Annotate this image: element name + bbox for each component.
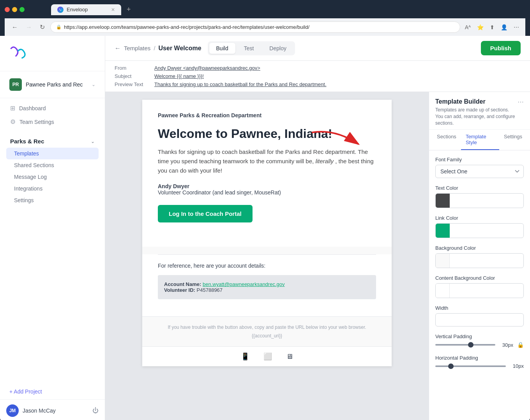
content-bg-input[interactable]: #FFFFFF — [450, 285, 523, 297]
back-button[interactable]: ← — [9, 22, 20, 32]
extensions-button[interactable]: ⋯ — [512, 23, 521, 32]
link-color-swatch[interactable] — [436, 224, 450, 238]
horizontal-padding-label: Horizontal Padding — [435, 355, 524, 361]
settings-label: Settings — [14, 197, 34, 203]
logout-button[interactable]: ⏻ — [92, 407, 99, 414]
link-color-input[interactable]: #06AC75 — [450, 225, 523, 237]
body-text-italic: literally — [315, 158, 334, 164]
workspace-switcher[interactable]: PR Pawnee Parks and Rec ⌄ — [6, 76, 99, 93]
publish-button[interactable]: Publish — [481, 41, 521, 55]
address-bar[interactable]: 🔒 https://app.enveloop.com/teams/pawnee-… — [50, 21, 460, 33]
breadcrumb-templates-link[interactable]: Templates — [124, 45, 150, 51]
preview-text-row: Preview Text Thanks for signing up to co… — [115, 80, 521, 88]
share-button[interactable]: ⬆ — [488, 23, 496, 32]
from-value[interactable]: Andy Dwyer <andy@pawneeparksandrec.gov> — [154, 65, 260, 71]
desktop-view-button[interactable]: 🖥 — [283, 351, 296, 362]
account-ref-text: For reference, here are your account det… — [158, 263, 376, 269]
panel-content: Font Family Select One Text Color #45464… — [429, 150, 530, 420]
bg-color-row: #F9F9F9 — [435, 253, 524, 268]
workspace-initials: PR — [12, 82, 19, 87]
project-header[interactable]: Parks & Rec ⌄ — [6, 135, 99, 148]
email-body-text: Thanks for signing up to coach basketbal… — [158, 147, 376, 175]
sidebar-item-templates[interactable]: Templates — [6, 148, 99, 159]
link-color-row: #06AC75 — [435, 223, 524, 238]
horizontal-padding-group: Horizontal Padding 10px — [435, 355, 524, 369]
header-tab-group: Build Test Deploy — [208, 41, 295, 55]
vertical-padding-group: Vertical Padding 30px 🔒 — [435, 334, 524, 348]
reader-mode-button[interactable]: Aᴬ — [463, 23, 472, 32]
font-family-select[interactable]: Select One — [435, 165, 524, 178]
back-arrow-icon[interactable]: ← — [115, 45, 121, 52]
panel-tab-settings[interactable]: Settings — [499, 130, 527, 150]
email-heading: Welcome to Pawnee, Indiana! — [158, 126, 376, 141]
profile-button[interactable]: 👤 — [499, 23, 509, 32]
breadcrumb-separator: / — [154, 45, 155, 51]
preview-text-value[interactable]: Thanks for signing up to coach basketbal… — [154, 81, 327, 87]
horizontal-padding-slider[interactable] — [435, 365, 506, 367]
signature-name: Andy Dwyer — [158, 183, 376, 189]
link-color-label: Link Color — [435, 215, 524, 221]
content-bg-label: Content Background Color — [435, 275, 524, 281]
browser-toolbar: ← → ↻ 🔒 https://app.enveloop.com/teams/p… — [5, 18, 525, 36]
team-settings-icon: ⚙ — [10, 118, 16, 125]
project-section: Parks & Rec ⌄ Templates Shared Sections … — [0, 132, 105, 384]
close-traffic-light[interactable] — [5, 7, 10, 12]
account-details-box: Account Name: ben.wyatt@pawneeparksandre… — [158, 275, 376, 299]
text-color-swatch[interactable] — [436, 194, 450, 208]
panel-tabs: Sections Template Style Settings — [429, 130, 530, 150]
bg-color-input[interactable]: #F9F9F9 — [450, 255, 523, 267]
add-project-button[interactable]: + Add Project — [9, 388, 42, 395]
tab-close-button[interactable]: ✕ — [111, 7, 115, 12]
subject-value[interactable]: Welcome {{{ name }}}! — [154, 73, 204, 79]
sidebar-item-integrations[interactable]: Integrations — [6, 183, 99, 194]
width-input[interactable]: 640 — [435, 313, 524, 326]
content-bg-group: Content Background Color #FFFFFF — [435, 275, 524, 298]
sidebar-item-shared-sections[interactable]: Shared Sections — [6, 159, 99, 171]
traffic-lights — [5, 7, 25, 12]
tab-build[interactable]: Build — [209, 43, 235, 54]
bg-color-group: Background Color #F9F9F9 — [435, 245, 524, 268]
vertical-padding-slider[interactable] — [435, 344, 495, 346]
breadcrumb-current-page: User Welcome — [159, 45, 201, 52]
tab-deploy[interactable]: Deploy — [262, 43, 293, 54]
new-tab-button[interactable]: + — [124, 4, 134, 15]
sidebar-item-settings[interactable]: Settings — [6, 194, 99, 206]
width-label: Width — [435, 305, 524, 311]
browser-active-tab[interactable]: Enveloop ✕ — [51, 4, 121, 15]
mobile-view-button[interactable]: 📱 — [238, 351, 253, 362]
publish-label: Publish — [490, 45, 511, 51]
cta-button[interactable]: Log In to the Coach Portal — [158, 205, 253, 222]
bg-color-swatch[interactable] — [436, 254, 450, 268]
device-bar: 📱 ⬜ 🖥 — [142, 346, 392, 366]
sidebar-item-team-settings[interactable]: ⚙ Team Settings — [6, 115, 99, 129]
vertical-padding-label: Vertical Padding — [435, 334, 524, 339]
sidebar-item-message-log[interactable]: Message Log — [6, 171, 99, 183]
panel-tab-sections[interactable]: Sections — [432, 130, 461, 150]
maximize-traffic-light[interactable] — [19, 7, 25, 12]
templates-label: Templates — [14, 150, 39, 157]
text-color-input[interactable]: #454648 — [450, 195, 523, 207]
bookmark-button[interactable]: ⭐ — [475, 23, 485, 32]
tab-favicon — [57, 7, 64, 13]
footer-variable: {{account_uri}} — [150, 333, 384, 339]
footer-text: If you have trouble with the button abov… — [150, 325, 384, 330]
subject-label: Subject — [115, 73, 150, 79]
minimize-traffic-light[interactable] — [12, 7, 17, 12]
tab-test[interactable]: Test — [237, 43, 261, 54]
content-bg-swatch[interactable] — [436, 284, 450, 298]
sidebar-item-dashboard[interactable]: ⊞ Dashboard — [6, 101, 99, 115]
workspace-chevron-icon: ⌄ — [92, 82, 95, 87]
panel-tab-template-style[interactable]: Template Style — [461, 130, 499, 150]
forward-button[interactable]: → — [23, 22, 34, 32]
user-avatar: JM — [6, 404, 19, 417]
panel-more-button[interactable]: ⋯ — [518, 98, 524, 106]
reload-button[interactable]: ↻ — [37, 22, 47, 32]
dashboard-label: Dashboard — [19, 105, 46, 111]
email-meta-bar: From Andy Dwyer <andy@pawneeparksandrec.… — [105, 61, 530, 92]
panel-subtitle: Templates are made up of sections. You c… — [435, 107, 518, 126]
account-name-value[interactable]: ben.wyatt@pawneeparksandrec.gov — [203, 281, 285, 287]
tablet-view-button[interactable]: ⬜ — [260, 351, 275, 362]
volunteer-id-row: Volunteer ID: P45788967 — [164, 287, 370, 293]
vertical-padding-lock-icon[interactable]: 🔒 — [517, 342, 524, 348]
add-project-label: + Add Project — [9, 388, 42, 395]
